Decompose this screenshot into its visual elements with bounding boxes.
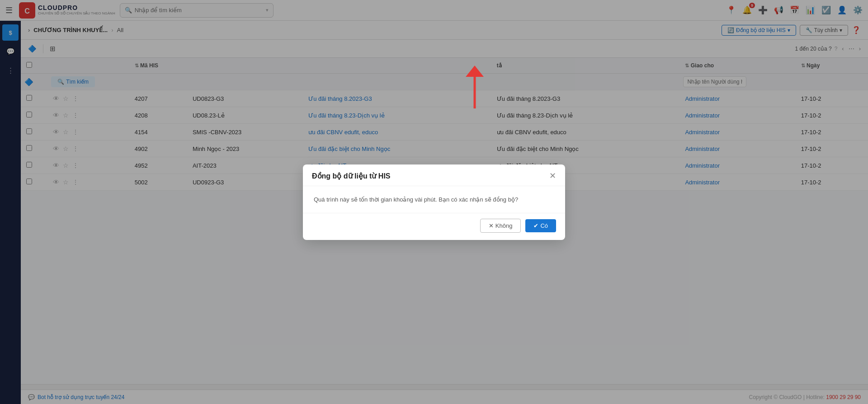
modal-message: Quá trình này sẽ tốn thời gian khoảng và… xyxy=(314,196,518,203)
modal-no-button[interactable]: ✕ Không xyxy=(480,219,521,233)
check-icon: ✔ xyxy=(533,222,538,229)
x-icon: ✕ xyxy=(489,222,494,229)
modal-close-button[interactable]: ✕ xyxy=(549,172,556,180)
modal-overlay[interactable]: Đồng bộ dữ liệu từ HIS ✕ Quá trình này s… xyxy=(0,0,868,404)
modal-header: Đồng bộ dữ liệu từ HIS ✕ xyxy=(303,164,565,186)
modal-footer: ✕ Không ✔ Có xyxy=(303,213,565,240)
modal-body: Quá trình này sẽ tốn thời gian khoảng và… xyxy=(303,186,565,213)
modal-yes-button[interactable]: ✔ Có xyxy=(525,219,556,232)
sync-confirm-modal: Đồng bộ dữ liệu từ HIS ✕ Quá trình này s… xyxy=(303,164,565,240)
modal-title: Đồng bộ dữ liệu từ HIS xyxy=(312,172,391,180)
